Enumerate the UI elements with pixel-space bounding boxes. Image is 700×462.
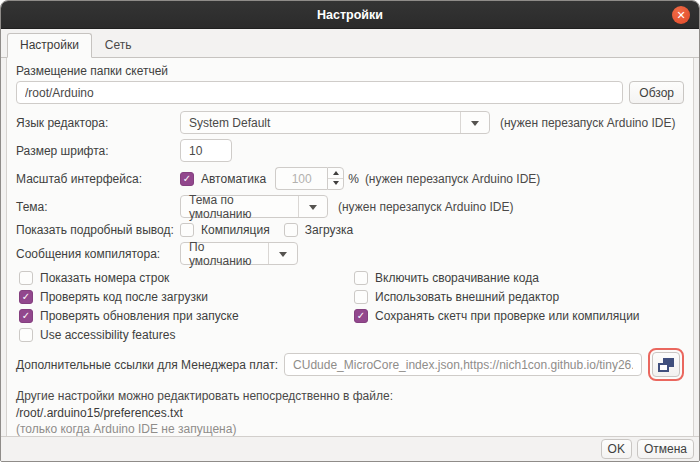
checkbox-label: Показать номера строк (40, 271, 169, 285)
checkbox-icon[interactable] (19, 328, 33, 342)
check-updates-checkbox[interactable]: Проверять обновления при запуске (19, 308, 354, 323)
language-select[interactable]: System Default (180, 111, 490, 134)
verbose-label: Показать подробный вывод: (16, 223, 180, 237)
theme-label: Тема: (16, 200, 180, 214)
theme-restart-note: (нужен перезапуск Arduino IDE) (338, 200, 514, 214)
spin-up-icon[interactable] (328, 168, 343, 179)
checkbox-icon[interactable] (19, 290, 33, 304)
preferences-file-path: /root/.arduino15/preferences.txt (16, 405, 684, 422)
browse-button[interactable]: Обзор (629, 81, 684, 104)
only-when-closed-note: (только когда Arduino IDE не запущена) (16, 421, 684, 436)
code-folding-checkbox[interactable]: Включить сворачивание кода (354, 270, 640, 285)
sketchbook-label: Размещение папки скетчей (16, 64, 684, 78)
scale-value: 100 (275, 167, 327, 190)
display-line-numbers-checkbox[interactable]: Показать номера строк (19, 270, 354, 285)
annotation-highlight-ring (648, 348, 684, 381)
close-icon[interactable]: ✕ (672, 6, 690, 24)
font-size-input[interactable] (180, 139, 232, 162)
verify-after-upload-checkbox[interactable]: Проверять код после загрузки (19, 289, 354, 304)
checkbox-label: Использовать внешний редактор (375, 290, 559, 304)
verbose-upload-checkbox[interactable]: Загрузка (284, 223, 354, 237)
language-restart-note: (нужен перезапуск Arduino IDE) (500, 116, 676, 130)
options-checkbox-grid: Показать номера строк Проверять код посл… (19, 270, 684, 342)
checkbox-label: Сохранять скетч при проверке или компиля… (375, 309, 640, 323)
open-urls-editor-button[interactable] (652, 352, 680, 377)
language-label: Язык редактора: (16, 116, 180, 130)
chevron-down-icon[interactable] (460, 112, 489, 133)
verbose-compile-label: Компиляция (201, 223, 270, 237)
verbose-compile-checkbox[interactable]: Компиляция (180, 223, 270, 237)
theme-value: Тема по умолчанию (181, 196, 298, 217)
checkbox-icon[interactable] (180, 172, 194, 186)
checkbox-icon[interactable] (354, 271, 368, 285)
save-on-verify-checkbox[interactable]: Сохранять скетч при проверке или компиля… (354, 308, 640, 323)
checkbox-label: Включить сворачивание кода (375, 271, 539, 285)
scale-automatic-label: Автоматика (201, 172, 266, 186)
verbose-upload-label: Загрузка (305, 223, 354, 237)
compiler-warnings-select[interactable]: По умолчанию (180, 242, 298, 265)
language-value: System Default (181, 112, 460, 133)
windows-copy-icon (658, 358, 674, 372)
external-editor-checkbox[interactable]: Использовать внешний редактор (354, 289, 640, 304)
scale-automatic-checkbox[interactable]: Автоматика (180, 172, 266, 186)
tab-preferences[interactable]: Настройки (7, 33, 92, 58)
compiler-warnings-value: По умолчанию (181, 243, 268, 264)
checkbox-label: Проверять код после загрузки (40, 290, 208, 304)
preferences-panel: Размещение папки скетчей Обзор Язык реда… (6, 58, 694, 436)
sketchbook-path-input[interactable] (16, 81, 623, 104)
tab-bar: Настройки Сеть (1, 29, 699, 58)
scale-spinner[interactable]: 100 (275, 167, 344, 190)
preferences-dialog: Настройки ✕ Настройки Сеть Размещение па… (0, 0, 700, 462)
theme-select[interactable]: Тема по умолчанию (180, 195, 328, 218)
titlebar[interactable]: Настройки ✕ (1, 1, 699, 29)
checkbox-icon[interactable] (284, 223, 298, 237)
accessibility-checkbox[interactable]: Use accessibility features (19, 327, 354, 342)
dialog-button-bar: OK Отмена (1, 436, 699, 461)
checkbox-icon[interactable] (354, 309, 368, 323)
preferences-file-note: Другие настройки можно редактировать неп… (16, 388, 684, 436)
checkbox-icon[interactable] (180, 223, 194, 237)
checkbox-icon[interactable] (19, 271, 33, 285)
chevron-down-icon[interactable] (298, 196, 327, 217)
scale-label: Масштаб интерфейса: (16, 172, 180, 186)
checkbox-label: Use accessibility features (40, 328, 175, 342)
checkbox-icon[interactable] (354, 290, 368, 304)
chevron-down-icon[interactable] (268, 243, 297, 264)
edit-directly-note: Другие настройки можно редактировать неп… (16, 388, 684, 405)
tab-network[interactable]: Сеть (92, 33, 145, 58)
spin-down-icon[interactable] (328, 179, 343, 190)
compiler-warnings-label: Сообщения компилятора: (16, 247, 180, 261)
scale-restart-note: (нужен перезапуск Arduino IDE) (365, 172, 541, 186)
checkbox-label: Проверять обновления при запуске (40, 309, 239, 323)
font-size-label: Размер шрифта: (16, 144, 180, 158)
board-urls-label: Дополнительные ссылки для Менеджера плат… (16, 358, 278, 372)
ok-button[interactable]: OK (601, 439, 632, 459)
cancel-button[interactable]: Отмена (637, 439, 694, 459)
checkbox-icon[interactable] (19, 309, 33, 323)
board-urls-input[interactable] (284, 353, 642, 376)
scale-unit: % (348, 172, 359, 186)
window-title: Настройки (317, 8, 383, 22)
